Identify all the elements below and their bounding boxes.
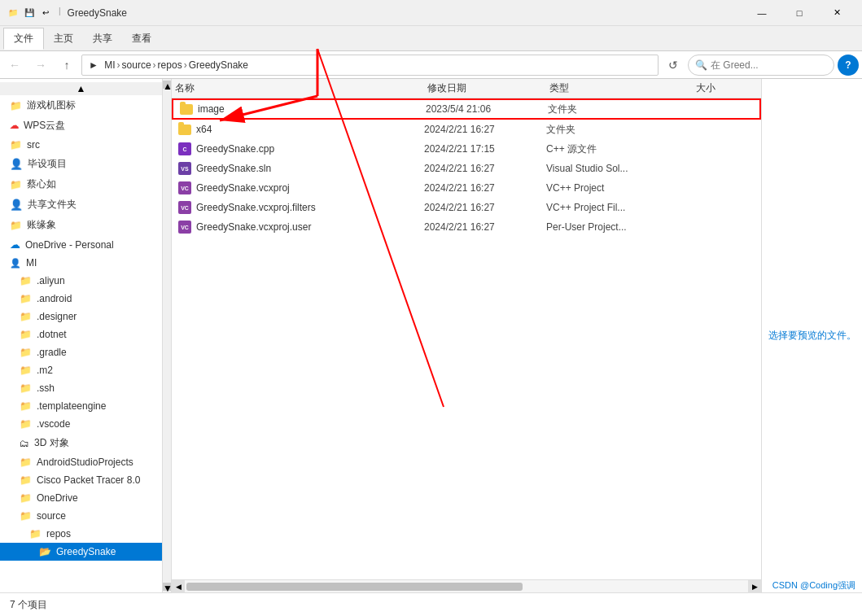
file-name-text: x64: [196, 124, 212, 135]
sidebar-item-3d[interactable]: 🗂 3D 对象: [0, 433, 162, 453]
horizontal-scrollbar[interactable]: ◀ ▶: [172, 579, 761, 592]
sidebar-item-templateengine[interactable]: 📁 .templateengine: [0, 397, 162, 415]
file-row-image[interactable]: image 2023/5/4 21:06 文件夹: [172, 98, 761, 120]
3d-icon: 🗂: [20, 438, 29, 449]
minimize-button[interactable]: —: [743, 0, 781, 26]
file-type-user: Per-User Project...: [546, 221, 693, 233]
help-button[interactable]: ?: [838, 55, 859, 76]
file-name-text: GreedySnake.vcxproj.filters: [196, 202, 316, 213]
sidebar-item-gradle[interactable]: 📁 .gradle: [0, 343, 162, 361]
sidebar-item-label: Cisco Packet Tracer 8.0: [37, 474, 140, 486]
folder-icon: 📁: [29, 528, 42, 540]
sidebar-item-label: 游戏机图标: [27, 98, 76, 112]
folder-icon: 📁: [20, 311, 32, 322]
tab-share[interactable]: 共享: [83, 28, 122, 49]
path-mi[interactable]: MI: [104, 59, 115, 71]
sidebar-item-label: OneDrive: [37, 492, 78, 504]
path-source[interactable]: source: [122, 59, 151, 71]
search-icon: 🔍: [695, 59, 707, 71]
sidebar-item-wps[interactable]: ☁ WPS云盘: [0, 116, 162, 136]
sidebar-item-ssh[interactable]: 📁 .ssh: [0, 379, 162, 397]
col-name-header[interactable]: 名称: [172, 80, 424, 97]
sidebar-item-m2[interactable]: 📁 .m2: [0, 361, 162, 379]
sidebar-item-bishe[interactable]: 👤 毕设项目: [0, 154, 162, 174]
sidebar-item-greedysnake[interactable]: 📂 GreedySnake: [0, 543, 162, 561]
sidebar-item-shared[interactable]: 👤 共享文件夹: [0, 194, 162, 215]
refresh-button[interactable]: ↺: [662, 55, 685, 76]
sidebar-item-cisco[interactable]: 📁 Cisco Packet Tracer 8.0: [0, 471, 162, 489]
tab-view[interactable]: 查看: [122, 28, 161, 49]
file-row-user[interactable]: VC GreedySnake.vcxproj.user 2024/2/21 16…: [172, 217, 761, 237]
preview-panel: 选择要预览的文件。: [761, 79, 862, 592]
forward-button[interactable]: →: [29, 55, 52, 76]
close-button[interactable]: ✕: [818, 0, 855, 26]
vcxproj-icon: VC: [178, 181, 191, 194]
file-type-x64: 文件夹: [546, 123, 693, 137]
file-name-text: GreedySnake.vcxproj.user: [196, 221, 311, 233]
ribbon: 文件 主页 共享 查看: [0, 26, 862, 51]
tab-file[interactable]: 文件: [3, 28, 44, 50]
folder-icon: 📁: [20, 457, 32, 468]
sidebar-item-android-studio[interactable]: 📁 AndroidStudioProjects: [0, 453, 162, 471]
scroll-left-btn[interactable]: ◀: [172, 580, 185, 593]
sidebar-item-source[interactable]: 📁 source: [0, 507, 162, 525]
file-name-text: GreedySnake.vcxproj: [196, 182, 290, 194]
maximize-button[interactable]: □: [781, 0, 818, 26]
folder-icon: 📁: [10, 220, 22, 231]
sidebar-item-repos[interactable]: 📁 repos: [0, 525, 162, 543]
sidebar-scroll-up[interactable]: ▲: [0, 82, 162, 95]
sidebar-item-label: repos: [46, 528, 71, 540]
col-date-header[interactable]: 修改日期: [424, 80, 546, 97]
file-row-x64[interactable]: x64 2024/2/21 16:27 文件夹: [172, 120, 761, 139]
window-controls[interactable]: — □ ✕: [743, 0, 855, 26]
sidebar-item-games[interactable]: 📁 游戏机图标: [0, 95, 162, 116]
sidebar-item-src[interactable]: 📁 src: [0, 136, 162, 154]
file-date-filters: 2024/2/21 16:27: [424, 202, 546, 213]
back-button[interactable]: ←: [3, 55, 26, 76]
sidebar-item-android[interactable]: 📁 .android: [0, 290, 162, 308]
sidebar-item-vscode[interactable]: 📁 .vscode: [0, 415, 162, 433]
sidebar-item-dotnet[interactable]: 📁 .dotnet: [0, 325, 162, 343]
file-row-sln[interactable]: VS GreedySnake.sln 2024/2/21 16:27 Visua…: [172, 159, 761, 178]
sidebar-item-label: 账缘象: [27, 218, 56, 232]
sidebar-scrollbar[interactable]: ▲ ▼: [163, 79, 172, 592]
up-button[interactable]: ↑: [55, 55, 78, 76]
file-row-cpp[interactable]: C GreedySnake.cpp 2024/2/21 17:15 C++ 源文…: [172, 139, 761, 159]
folder-icon: 📁: [20, 492, 32, 504]
sidebar-item-label: AndroidStudioProjects: [37, 457, 133, 468]
file-name-x64: x64: [178, 124, 424, 135]
file-list: image 2023/5/4 21:06 文件夹 x64 2024/2/21 1…: [172, 98, 761, 579]
sidebar-item-onedrive[interactable]: ☁ OneDrive - Personal: [0, 235, 162, 254]
search-input[interactable]: [711, 59, 827, 71]
sidebar-item-label: WPS云盘: [24, 119, 65, 133]
sidebar-item-label: GreedySnake: [56, 546, 116, 557]
scroll-down-arrow[interactable]: ▼: [163, 583, 171, 591]
sidebar-item-cai[interactable]: 📁 蔡心如: [0, 174, 162, 194]
col-type-header[interactable]: 类型: [546, 80, 693, 97]
scroll-right-btn[interactable]: ▶: [748, 580, 761, 593]
tab-home[interactable]: 主页: [44, 28, 83, 49]
folder-icon: 📁: [20, 365, 32, 376]
sidebar-item-mi-root[interactable]: 👤 MI: [0, 254, 162, 272]
scroll-up-arrow[interactable]: ▲: [163, 81, 171, 89]
folder-icon: 📁: [20, 510, 32, 522]
folder-icon: 📁: [20, 400, 32, 412]
file-type-filters: VC++ Project Fil...: [546, 202, 693, 213]
file-row-filters[interactable]: VC GreedySnake.vcxproj.filters 2024/2/21…: [172, 198, 761, 217]
sidebar-item-zhang[interactable]: 📁 账缘象: [0, 215, 162, 235]
sidebar-item-onedrive2[interactable]: 📁 OneDrive: [0, 489, 162, 507]
wps-icon: ☁: [10, 120, 19, 131]
scrollbar-thumb[interactable]: [186, 583, 523, 591]
address-path[interactable]: ► MI › source › repos › GreedySnake: [81, 55, 659, 76]
sidebar-item-label: .aliyun: [37, 275, 65, 286]
col-size-header[interactable]: 大小: [693, 80, 758, 97]
window-title: GreedySnake: [68, 7, 743, 19]
path-greedysnake[interactable]: GreedySnake: [189, 59, 248, 71]
sidebar-item-aliyun[interactable]: 📁 .aliyun: [0, 272, 162, 290]
file-row-vcxproj[interactable]: VC GreedySnake.vcxproj 2024/2/21 16:27 V…: [172, 178, 761, 198]
file-type-sln: Visual Studio Sol...: [546, 163, 693, 174]
sidebar-item-designer[interactable]: 📁 .designer: [0, 308, 162, 325]
search-box[interactable]: 🔍: [688, 55, 834, 76]
path-repos[interactable]: repos: [158, 59, 182, 71]
file-name-vcxproj: VC GreedySnake.vcxproj: [178, 181, 424, 194]
